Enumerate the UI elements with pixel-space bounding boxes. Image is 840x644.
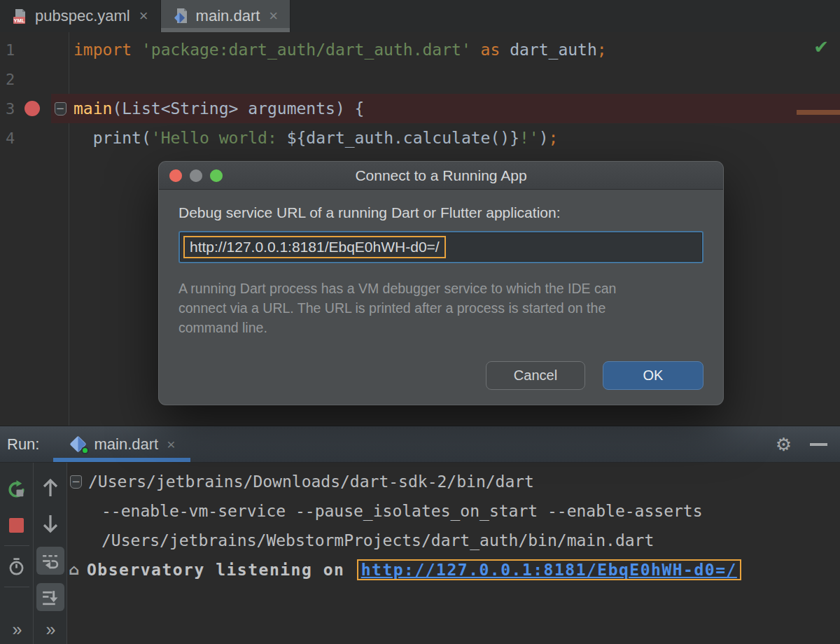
run-toolbar-right: » [34, 463, 67, 644]
toolbar-separator [4, 587, 29, 587]
scroll-to-end-icon[interactable] [36, 583, 64, 611]
ok-button[interactable]: OK [603, 361, 704, 390]
gutter-cell[interactable]: 2 [0, 64, 51, 94]
run-tool-window: Run: main.dart × ⚙ [0, 426, 840, 644]
description-line: A running Dart process has a VM debugger… [178, 279, 704, 298]
code-token: ) [539, 129, 549, 147]
ide-window: YMLpubspec.yaml×main.dart× 1import 'pack… [0, 0, 840, 644]
zoom-window-button[interactable] [210, 169, 223, 182]
close-run-tab-icon[interactable]: × [164, 436, 175, 453]
code-token: ; [549, 129, 559, 147]
code-line: 4 print('Hello world: ${dart_auth.calcul… [0, 123, 840, 153]
debug-url-input[interactable]: http://127.0.0.1:8181/EbqE0hWH-d0=/ [178, 231, 704, 263]
console-text: /Users/jetbrains/Downloads/dart-sdk-2/bi… [82, 472, 534, 491]
window-traffic-lights [169, 162, 223, 190]
fold-column [51, 123, 69, 153]
run-tab-main-dart[interactable]: main.dart × [53, 426, 190, 462]
console-line: --enable-vm-service --pause_isolates_on_… [67, 496, 840, 526]
minimize-icon[interactable] [810, 443, 827, 446]
console-line: ⌂Observatory listening on http://127.0.0… [67, 555, 840, 584]
inspection-ok-icon[interactable]: ✔ [813, 36, 829, 58]
close-tab-icon[interactable]: × [266, 7, 278, 25]
breakpoint-dot[interactable] [24, 101, 40, 116]
breakpoint-stripe-mark [797, 110, 840, 115]
fold-column [51, 35, 69, 64]
running-status-dot [81, 447, 89, 454]
run-toolbar-left: » [0, 463, 34, 644]
editor-code-area: 1import 'package:dart_auth/dart_auth.dar… [0, 32, 840, 153]
fold-marker-icon[interactable]: − [55, 102, 66, 115]
code-token: 'Hello world: [151, 129, 287, 147]
console-text: Observatory listening on [80, 561, 356, 579]
dart-file-icon [173, 8, 190, 24]
code-line-body: import 'package:dart_auth/dart_auth.dart… [51, 35, 840, 64]
down-arrow-icon[interactable] [36, 510, 64, 538]
toolbar-separator [4, 545, 29, 546]
minimize-window-button[interactable] [190, 169, 202, 182]
editor-tabbar: YMLpubspec.yaml×main.dart× [0, 0, 840, 32]
description-line: command line. [178, 318, 704, 337]
link-highlight-box: http://127.0.0.1:8181/EbqE0hWH-d0=/ [357, 559, 741, 580]
code-token: ; [597, 41, 607, 59]
gutter-cell[interactable]: 4 [0, 123, 51, 153]
code-token: print( [74, 129, 151, 147]
code-text: import 'package:dart_auth/dart_auth.dart… [69, 41, 607, 59]
editor-tab-main-dart[interactable]: main.dart× [161, 0, 291, 32]
console-line: −/Users/jetbrains/Downloads/dart-sdk-2/b… [67, 467, 840, 496]
observatory-url-link[interactable]: http://127.0.0.1:8181/EbqE0hWH-d0=/ [361, 561, 737, 579]
code-line-body: print('Hello world: ${dart_auth.calculat… [51, 123, 840, 153]
fold-marker-icon[interactable]: − [70, 475, 82, 489]
line-number[interactable]: 4 [6, 130, 15, 147]
home-marker-icon[interactable]: ⌂ [69, 561, 80, 578]
connect-dialog: Connect to a Running App Debug service U… [159, 162, 723, 405]
editor-tab-pubspec-yaml[interactable]: YMLpubspec.yaml× [0, 0, 161, 32]
line-number[interactable]: 3 [6, 100, 15, 118]
tab-label: pubspec.yaml [35, 7, 130, 25]
timer-icon[interactable] [3, 552, 31, 580]
gear-icon[interactable]: ⚙ [776, 435, 792, 454]
line-number[interactable]: 1 [6, 41, 15, 59]
fold-column [51, 64, 69, 94]
code-token: (List<String> arguments) { [112, 99, 364, 118]
cancel-button[interactable]: Cancel [486, 361, 585, 390]
gutter-cell[interactable]: 1 [0, 35, 51, 64]
tab-label: main.dart [196, 7, 260, 25]
code-line-body [51, 64, 840, 94]
close-window-button[interactable] [169, 169, 182, 182]
soft-wrap-icon[interactable] [36, 547, 64, 575]
code-text: main(List<String> arguments) { [69, 99, 364, 118]
console-line: /Users/jetbrains/WebstormProjects/dart_a… [67, 526, 840, 555]
code-token [471, 41, 481, 59]
run-panel-header: Run: main.dart × ⚙ [0, 426, 840, 463]
description-line: connect via a URL. The URL is printed af… [178, 298, 704, 318]
debug-url-label: Debug service URL of a running Dart or F… [178, 190, 704, 221]
code-token: import [74, 41, 141, 59]
run-console[interactable]: −/Users/jetbrains/Downloads/dart-sdk-2/b… [67, 463, 840, 644]
more-chevrons-icon[interactable]: » [46, 620, 55, 640]
line-number[interactable]: 2 [6, 71, 15, 88]
code-text: print('Hello world: ${dart_auth.calculat… [69, 129, 558, 147]
rerun-icon[interactable] [3, 475, 31, 503]
console-text: /Users/jetbrains/WebstormProjects/dart_a… [67, 531, 654, 550]
more-chevrons-icon[interactable]: » [13, 620, 21, 640]
code-token: dart_auth [500, 41, 596, 59]
code-line: 2 [0, 64, 840, 94]
code-token: main [74, 99, 112, 118]
close-tab-icon[interactable]: × [136, 7, 148, 25]
code-line-body: −main(List<String> arguments) { [51, 94, 840, 123]
debug-url-value: http://127.0.0.1:8181/EbqE0hWH-d0=/ [183, 236, 446, 258]
stop-icon[interactable] [3, 511, 31, 539]
run-panel-title: Run: [7, 435, 39, 454]
code-token: as [481, 41, 500, 59]
fold-column: − [51, 94, 69, 123]
up-arrow-icon[interactable] [36, 474, 64, 502]
dialog-title: Connect to a Running App [355, 167, 526, 184]
code-token: 'package:dart_auth/dart_auth.dart' [141, 41, 471, 59]
dialog-description: A running Dart process has a VM debugger… [178, 279, 704, 337]
code-line: 1import 'package:dart_auth/dart_auth.dar… [0, 35, 840, 64]
gutter-cell[interactable]: 3 [0, 94, 51, 123]
yaml-file-icon: YML [12, 8, 29, 24]
dart-run-icon [69, 435, 88, 454]
dialog-titlebar[interactable]: Connect to a Running App [159, 162, 723, 190]
code-token: ${dart_auth.calculate()} [287, 129, 519, 147]
